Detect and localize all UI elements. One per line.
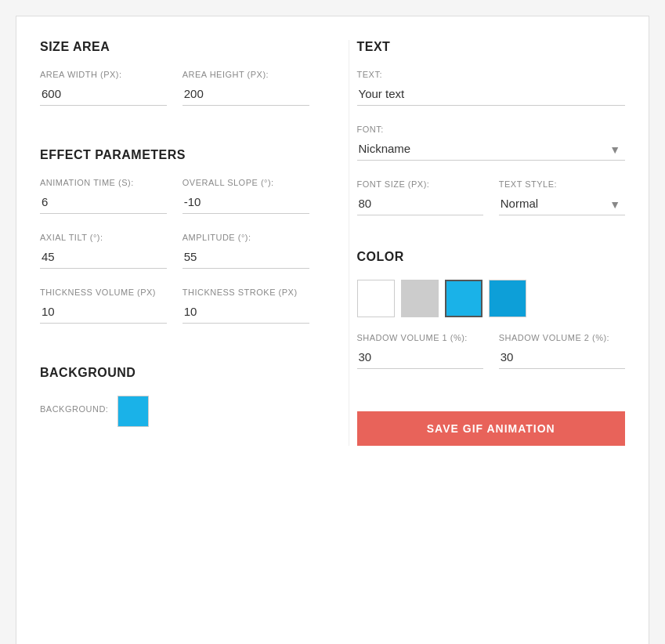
area-width-label: AREA WIDTH (PX): [40, 70, 167, 79]
text-style-select-wrapper: Normal Bold Italic ▼ [499, 194, 625, 215]
area-height-label: AREA HEIGHT (PX): [183, 70, 309, 79]
font-size-label: FONT SIZE (PX): [357, 179, 483, 189]
thickness-stroke-label: THICKNESS STROKE (PX) [183, 288, 309, 297]
background-title: BACKGROUND [40, 366, 309, 380]
effect-parameters-title: EFFECT PARAMETERS [40, 148, 309, 162]
left-column: SIZE AREA AREA WIDTH (PX): AREA HEIGHT (… [40, 40, 317, 446]
shadow-volume1-field: SHADOW VOLUME 1 (%): [357, 333, 483, 369]
area-height-field: AREA HEIGHT (PX): [183, 70, 309, 106]
background-label: BACKGROUND: [40, 404, 108, 414]
font-size-input[interactable] [357, 194, 483, 215]
area-width-field: AREA WIDTH (PX): [40, 70, 167, 106]
color-swatch-white[interactable] [357, 280, 395, 317]
background-section: BACKGROUND BACKGROUND: [40, 366, 309, 427]
shadow-volume1-input[interactable] [357, 347, 483, 369]
size-area-title: SIZE AREA [40, 40, 309, 54]
overall-slope-label: OVERALL SLOPE (°): [183, 178, 309, 187]
save-gif-button[interactable]: SAVE GIF ANIMATION [357, 411, 626, 446]
background-color-swatch[interactable] [117, 396, 149, 427]
text-label: TEXT: [357, 70, 626, 79]
font-size-field: FONT SIZE (PX): [357, 179, 483, 215]
font-size-style-row: FONT SIZE (PX): TEXT STYLE: Normal Bold … [357, 179, 626, 234]
area-height-input[interactable] [183, 84, 309, 106]
text-style-select[interactable]: Normal Bold Italic [499, 194, 625, 215]
thickness-stroke-field: THICKNESS STROKE (PX) [183, 288, 309, 324]
shadow-row: SHADOW VOLUME 1 (%): SHADOW VOLUME 2 (%)… [357, 333, 626, 388]
overall-slope-field: OVERALL SLOPE (°): [183, 178, 309, 214]
thickness-volume-field: THICKNESS VOLUME (PX) [40, 288, 167, 324]
color-swatch-cyan[interactable] [445, 280, 482, 317]
font-select[interactable]: Nickname Arial Verdana Georgia [357, 139, 626, 161]
background-row: BACKGROUND: [40, 396, 309, 427]
main-container: SIZE AREA AREA WIDTH (PX): AREA HEIGHT (… [16, 16, 649, 644]
axial-tilt-label: AXIAL TILT (°): [40, 233, 167, 242]
font-select-wrapper: Nickname Arial Verdana Georgia ▼ [357, 139, 626, 161]
shadow-volume2-label: SHADOW VOLUME 2 (%): [499, 333, 625, 342]
animation-time-input[interactable] [40, 192, 167, 214]
text-style-label: TEXT STYLE: [499, 179, 625, 189]
text-section: TEXT TEXT: FONT: Nickname Arial Verdana … [357, 40, 626, 234]
font-label: FONT: [357, 125, 626, 134]
animation-time-label: ANIMATION TIME (S): [40, 178, 167, 187]
text-field: TEXT: [357, 70, 626, 106]
animation-time-field: ANIMATION TIME (S): [40, 178, 167, 214]
size-area-section: SIZE AREA AREA WIDTH (PX): AREA HEIGHT (… [40, 40, 309, 125]
area-width-input[interactable] [40, 84, 167, 106]
effect-parameters-section: EFFECT PARAMETERS ANIMATION TIME (S): OV… [40, 148, 309, 342]
amplitude-label: AMPLITUDE (°): [183, 233, 309, 242]
text-section-title: TEXT [357, 40, 626, 54]
color-section-title: COLOR [357, 250, 626, 264]
thickness-volume-input[interactable] [40, 302, 167, 324]
axial-tilt-field: AXIAL TILT (°): [40, 233, 167, 269]
text-input[interactable] [357, 84, 626, 106]
amplitude-field: AMPLITUDE (°): [183, 233, 309, 269]
thickness-volume-label: THICKNESS VOLUME (PX) [40, 288, 167, 297]
font-field: FONT: Nickname Arial Verdana Georgia ▼ [357, 125, 626, 161]
color-section: COLOR SHADOW VOLUME 1 (%): SHADOW VOLUME… [357, 250, 626, 388]
color-swatches-row [357, 280, 626, 317]
thickness-stroke-input[interactable] [183, 302, 309, 324]
color-swatch-gray[interactable] [401, 280, 439, 317]
shadow-volume2-field: SHADOW VOLUME 2 (%): [499, 333, 625, 369]
overall-slope-input[interactable] [183, 192, 309, 214]
right-column: TEXT TEXT: FONT: Nickname Arial Verdana … [349, 40, 626, 446]
axial-tilt-input[interactable] [40, 247, 167, 269]
color-swatch-darkercyan[interactable] [489, 280, 526, 317]
text-style-field: TEXT STYLE: Normal Bold Italic ▼ [499, 179, 625, 215]
amplitude-input[interactable] [183, 247, 309, 269]
shadow-volume2-input[interactable] [499, 347, 625, 369]
shadow-volume1-label: SHADOW VOLUME 1 (%): [357, 333, 483, 342]
